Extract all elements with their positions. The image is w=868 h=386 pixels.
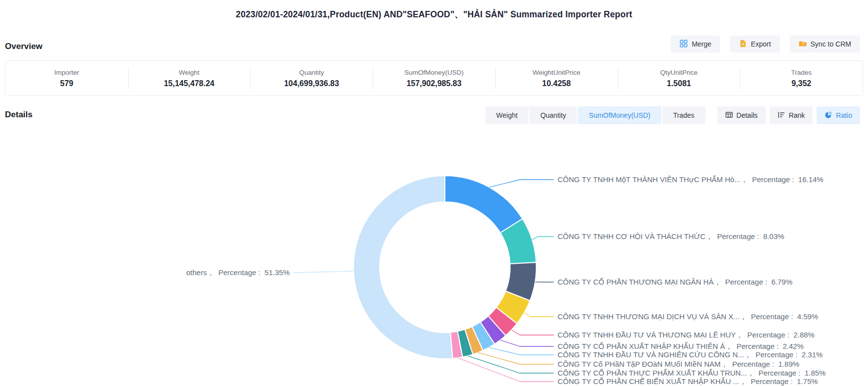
pie-leader-line-6 xyxy=(489,347,554,355)
importer-report-page: 2023/02/01-2024/01/31,Product(EN) AND"SE… xyxy=(0,0,868,386)
pie-label-10: others， Percentage : 51.35% xyxy=(186,267,290,278)
pie-label-0: CÔNG TY TNHH MộT THÀNH VIÊN THựC PHẨM Hò… xyxy=(558,174,824,185)
pie-leader-line-10 xyxy=(294,271,353,273)
pie-leader-line-3 xyxy=(524,313,554,317)
pie-label-2: CÔNG TY CỔ PHẦN THƯƠNG MẠI NGÂN HÀ， Perc… xyxy=(558,277,792,287)
pie-leader-line-4 xyxy=(512,330,554,335)
pie-label-3: CÔNG TY TNHH THƯƠNG MẠI DỊCH VỤ VÀ SẢN X… xyxy=(558,311,818,322)
pie-leader-line-7 xyxy=(478,352,554,364)
donut-chart-svg xyxy=(0,0,868,386)
pie-label-9: CÔNG TY CỔ PHẦN CHẾ BIẾN XUẤT NHẬP KHẨU … xyxy=(558,376,818,386)
pie-label-1: CÔNG TY TNHH CƠ HỘI VÀ THÁCH THỨC， Perce… xyxy=(558,231,784,241)
pie-leader-line-1 xyxy=(532,237,554,240)
pie-label-4: CÔNG TY TNHH ĐẦU TƯ VÀ THƯƠNG MẠI LÊ HUY… xyxy=(558,330,815,340)
pie-slice-10[interactable] xyxy=(353,176,453,359)
importer-ratio-donut-chart: CÔNG TY TNHH MộT THÀNH VIÊN THựC PHẨM Hò… xyxy=(0,0,868,386)
pie-slice-0[interactable] xyxy=(445,176,522,233)
pie-leader-line-0 xyxy=(489,180,554,187)
pie-leader-line-5 xyxy=(500,340,554,346)
pie-leader-line-9 xyxy=(458,358,554,382)
pie-label-6: CÔNG TY TNHH ĐẦU TƯ VÀ NGHIÊN CỨU CÔNG N… xyxy=(558,349,823,360)
